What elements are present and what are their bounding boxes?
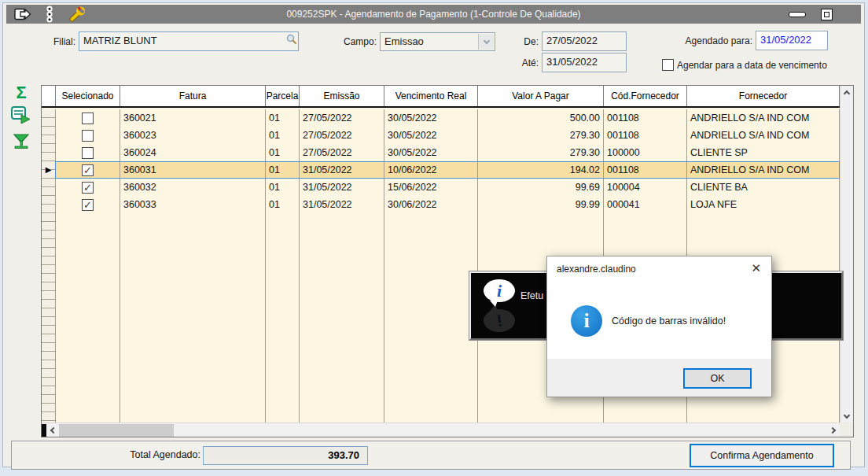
column-header[interactable]: Selecionado xyxy=(56,86,120,106)
emissao-cell[interactable]: 31/05/2022 xyxy=(300,196,384,213)
due-date-checkbox[interactable] xyxy=(662,59,674,71)
fatura-cell[interactable]: 360033 xyxy=(120,196,266,213)
selected-cell[interactable]: ✓ xyxy=(56,196,120,213)
fatura-cell[interactable]: 360024 xyxy=(120,144,266,161)
cod-fornecedor-cell[interactable]: 001108 xyxy=(604,127,687,144)
selected-cell[interactable]: ✓ xyxy=(56,161,120,179)
column-header[interactable]: Vencimento Real xyxy=(384,86,478,106)
column-header[interactable]: Emissão xyxy=(300,86,384,106)
scroll-down-icon[interactable] xyxy=(840,410,853,422)
emissao-cell[interactable] xyxy=(300,213,384,422)
record-selector-cell[interactable]: ▶ xyxy=(42,196,56,213)
row-checkbox[interactable]: ✓ xyxy=(82,147,94,159)
cod-fornecedor-cell[interactable]: 100004 xyxy=(604,179,687,196)
horizontal-scroll-thumb[interactable] xyxy=(59,424,174,437)
selected-cell[interactable]: ✓ xyxy=(56,144,120,161)
emissao-cell[interactable]: 27/05/2022 xyxy=(300,109,384,127)
ok-button[interactable]: OK xyxy=(683,368,752,389)
scroll-up-icon[interactable] xyxy=(840,86,853,98)
row-checkbox[interactable]: ✓ xyxy=(82,130,94,142)
close-icon[interactable]: ✕ xyxy=(751,261,761,275)
filial-input[interactable]: MATRIZ BLUNT xyxy=(79,31,299,51)
emissao-cell[interactable]: 27/05/2022 xyxy=(300,127,384,144)
cod-fornecedor-cell[interactable]: 100000 xyxy=(604,144,687,161)
valor-cell[interactable]: 99.69 xyxy=(478,179,604,196)
date-to-input[interactable]: 31/05/2022 xyxy=(542,53,627,72)
fornecedor-cell[interactable]: CLIENTE SP xyxy=(687,144,840,161)
filter-funnel-icon[interactable] xyxy=(11,132,31,151)
scheduled-for-input[interactable]: 31/05/2022 xyxy=(756,31,828,50)
vencimento-cell[interactable]: 30/06/2022 xyxy=(384,196,478,213)
table-row[interactable]: ▶ ✓ 360024 01 27/05/2022 30/05/2022 279.… xyxy=(42,144,840,161)
campo-select[interactable]: Emissao xyxy=(380,32,495,51)
fatura-cell[interactable]: 360021 xyxy=(120,109,266,127)
column-header[interactable]: Valor A Pagar xyxy=(478,86,604,106)
parcela-cell[interactable]: 01 xyxy=(266,179,300,196)
valor-cell[interactable]: 500.00 xyxy=(478,109,604,127)
row-checkbox[interactable]: ✓ xyxy=(82,182,94,194)
record-selector-cell[interactable]: ▶ xyxy=(42,127,56,144)
column-header[interactable]: Fatura xyxy=(120,86,266,106)
vencimento-cell[interactable]: 10/06/2022 xyxy=(384,161,478,179)
fornecedor-cell[interactable]: LOJA NFE xyxy=(687,196,840,213)
selected-cell[interactable] xyxy=(56,213,120,422)
exit-window-icon[interactable] xyxy=(13,6,33,23)
column-header[interactable]: Parcela xyxy=(266,86,300,106)
emissao-cell[interactable]: 31/05/2022 xyxy=(300,161,384,179)
record-selector-cell[interactable]: ▶ xyxy=(42,179,56,196)
scroll-left-icon[interactable] xyxy=(46,424,59,437)
table-row[interactable]: ▶ ✓ 360032 01 31/05/2022 15/06/2022 99.6… xyxy=(42,179,840,196)
confirm-schedule-button[interactable]: Confirma Agendamento xyxy=(690,444,834,467)
valor-cell[interactable]: 279.30 xyxy=(478,127,604,144)
record-selector-cell[interactable]: ▶ xyxy=(42,213,56,422)
vencimento-cell[interactable]: 30/05/2022 xyxy=(384,127,478,144)
record-selector-cell[interactable]: ▶ xyxy=(42,144,56,161)
parcela-cell[interactable] xyxy=(266,213,300,422)
magnifier-icon[interactable] xyxy=(286,32,296,50)
emissao-cell[interactable]: 27/05/2022 xyxy=(300,144,384,161)
fornecedor-cell[interactable]: CLIENTE BA xyxy=(687,179,840,196)
vencimento-cell[interactable]: 30/05/2022 xyxy=(384,144,478,161)
scroll-right-icon[interactable] xyxy=(827,424,840,437)
vertical-scrollbar[interactable] xyxy=(840,86,853,422)
vencimento-cell[interactable]: 15/06/2022 xyxy=(384,179,478,196)
parcela-cell[interactable]: 01 xyxy=(266,196,300,213)
cod-fornecedor-cell[interactable]: 000041 xyxy=(604,196,687,213)
fatura-cell[interactable]: 360032 xyxy=(120,179,266,196)
emissao-cell[interactable]: 31/05/2022 xyxy=(300,179,384,196)
maximize-button[interactable] xyxy=(821,9,833,20)
table-row[interactable]: ▶ ✓ 360021 01 27/05/2022 30/05/2022 500.… xyxy=(42,109,840,127)
vencimento-cell[interactable]: 30/05/2022 xyxy=(384,109,478,127)
vencimento-cell[interactable] xyxy=(384,213,478,422)
selected-cell[interactable]: ✓ xyxy=(56,109,120,127)
fornecedor-cell[interactable]: ANDRIELLO S/A IND COM xyxy=(687,127,840,144)
valor-cell[interactable]: 99.99 xyxy=(478,196,604,213)
fatura-cell[interactable] xyxy=(120,213,266,422)
export-grid-icon[interactable] xyxy=(9,104,33,126)
cod-fornecedor-cell[interactable]: 001108 xyxy=(604,161,687,179)
chevron-down-icon[interactable] xyxy=(478,34,494,50)
row-checkbox[interactable]: ✓ xyxy=(82,199,94,211)
row-checkbox[interactable]: ✓ xyxy=(82,113,94,124)
fornecedor-cell[interactable]: ANDRIELLO S/A IND COM xyxy=(687,161,840,179)
table-row[interactable]: ▶ ✓ 360033 01 31/05/2022 30/06/2022 99.9… xyxy=(42,196,840,213)
record-selector-cell[interactable]: ▶ xyxy=(42,161,56,179)
horizontal-scrollbar[interactable] xyxy=(42,422,840,437)
table-row[interactable]: ▶ ✓ 360023 01 27/05/2022 30/05/2022 279.… xyxy=(42,127,840,144)
traffic-light-icon[interactable] xyxy=(39,6,60,23)
minimize-button[interactable] xyxy=(789,12,806,17)
parcela-cell[interactable]: 01 xyxy=(266,109,300,127)
valor-cell[interactable]: 194.02 xyxy=(478,161,604,179)
row-checkbox[interactable]: ✓ xyxy=(82,164,94,176)
table-row[interactable]: ▶ ✓ 360031 01 31/05/2022 10/06/2022 194.… xyxy=(42,161,840,179)
parcela-cell[interactable]: 01 xyxy=(266,161,300,179)
parcela-cell[interactable]: 01 xyxy=(266,144,300,161)
column-header[interactable]: Fornecedor xyxy=(687,86,840,106)
parcela-cell[interactable]: 01 xyxy=(266,127,300,144)
fatura-cell[interactable]: 360031 xyxy=(120,161,266,179)
fornecedor-cell[interactable]: ANDRIELLO S/A IND COM xyxy=(687,109,840,127)
column-header[interactable]: Cód.Fornecedor xyxy=(604,86,687,106)
fatura-cell[interactable]: 360023 xyxy=(120,127,266,144)
record-selector-cell[interactable]: ▶ xyxy=(42,109,56,127)
selected-cell[interactable]: ✓ xyxy=(56,127,120,144)
